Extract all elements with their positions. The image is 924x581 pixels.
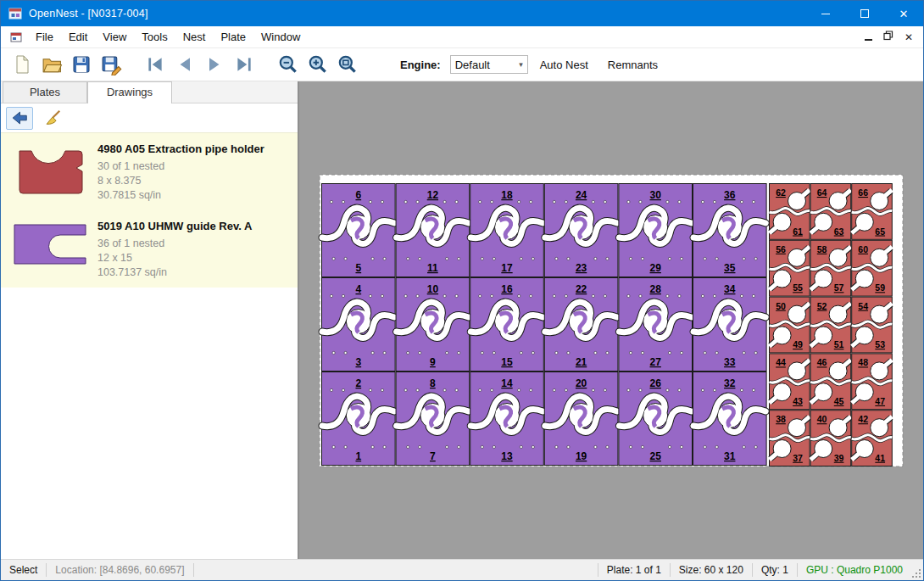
document-icon[interactable]: [9, 31, 23, 44]
part-number: 48: [858, 357, 868, 367]
part-number: 45: [834, 396, 844, 406]
list-item-part-2[interactable]: 5019 A10 UHMW guide Rev. A 36 of 1 neste…: [1, 210, 298, 288]
minimize-button[interactable]: [806, 1, 845, 26]
nest-canvas[interactable]: 6512111817242330293635431091615222128273…: [299, 81, 923, 559]
part-number: 54: [858, 301, 868, 311]
red-part-pair[interactable]: 5655: [770, 240, 810, 296]
purple-part-pair[interactable]: 3029: [619, 184, 693, 277]
part-nested-count: 30 of 1 nested: [97, 159, 264, 174]
sidebar-empty-space: [1, 288, 298, 559]
mdi-restore-button[interactable]: [883, 31, 893, 43]
titlebar[interactable]: OpenNest - [N0317-004] ✕: [1, 1, 923, 26]
tab-plates[interactable]: Plates: [3, 81, 87, 103]
part-thumbnail-red: [8, 141, 92, 203]
purple-part-pair[interactable]: 21: [322, 372, 396, 466]
zoom-fit-icon: [337, 53, 359, 75]
remnants-button[interactable]: Remnants: [600, 54, 665, 75]
menu-file[interactable]: File: [28, 27, 61, 47]
red-part-pair[interactable]: 5049: [770, 297, 810, 353]
nav-last-icon: [234, 54, 254, 75]
resize-grip[interactable]: [911, 560, 923, 580]
red-part-pair[interactable]: 6665: [852, 184, 893, 240]
purple-part-pair[interactable]: 87: [396, 372, 470, 466]
part-number: 32: [724, 377, 736, 389]
red-part-pair[interactable]: 6261: [770, 184, 810, 240]
purple-part-pair[interactable]: 3231: [693, 372, 767, 466]
purple-part-pair[interactable]: 2827: [619, 278, 693, 372]
menu-nest[interactable]: Nest: [175, 27, 214, 47]
tab-drawings[interactable]: Drawings: [87, 81, 172, 103]
red-part-pair[interactable]: 3837: [770, 411, 810, 466]
new-document-button[interactable]: [9, 52, 35, 77]
plate-canvas[interactable]: 6512111817242330293635431091615222128273…: [299, 81, 923, 559]
purple-part-pair[interactable]: 1615: [470, 278, 544, 372]
red-part-pair[interactable]: 5251: [810, 297, 851, 353]
nav-prev-button[interactable]: [172, 52, 198, 77]
purple-part-pair[interactable]: 2625: [619, 372, 693, 466]
nav-first-button[interactable]: [142, 52, 168, 77]
part-title: 5019 A10 UHMW guide Rev. A: [97, 220, 252, 232]
part-number: 47: [875, 396, 885, 406]
mdi-close-button[interactable]: ✕: [905, 31, 913, 43]
red-part-pair[interactable]: 6463: [810, 184, 851, 240]
red-part-pair[interactable]: 4847: [852, 354, 893, 410]
part-number: 4: [355, 283, 361, 295]
purple-part-pair[interactable]: 2221: [544, 278, 618, 372]
nav-next-button[interactable]: [202, 52, 227, 77]
toolbar-separator: [128, 64, 138, 65]
resize-grip-icon: [911, 568, 921, 578]
part-number: 21: [576, 356, 587, 368]
menu-edit[interactable]: Edit: [61, 27, 95, 47]
save-button[interactable]: [69, 52, 94, 77]
app-window: OpenNest - [N0317-004] ✕ File Edit View …: [0, 0, 924, 581]
purple-part-pair[interactable]: 2019: [544, 372, 618, 466]
purple-part-pair[interactable]: 43: [322, 278, 396, 372]
menu-plate[interactable]: Plate: [213, 27, 253, 47]
purple-part-pair[interactable]: 3433: [693, 278, 767, 372]
clean-broom-button[interactable]: [39, 107, 66, 130]
red-part-pair[interactable]: 4645: [810, 354, 851, 410]
purple-part-pair[interactable]: 2423: [544, 184, 618, 277]
save-as-button[interactable]: [98, 52, 124, 77]
list-item-part-1[interactable]: 4980 A05 Extraction pipe holder 30 of 1 …: [1, 133, 298, 210]
part-title: 4980 A05 Extraction pipe holder: [97, 142, 264, 155]
maximize-button[interactable]: [845, 1, 884, 26]
purple-part-pair[interactable]: 65: [322, 184, 396, 277]
auto-nest-button[interactable]: Auto Nest: [532, 54, 596, 75]
mdi-minimize-button[interactable]: [865, 33, 872, 41]
part-number: 38: [776, 414, 786, 424]
purple-part-pair[interactable]: 1413: [470, 372, 544, 466]
save-icon: [71, 54, 92, 75]
zoom-out-button[interactable]: [276, 52, 301, 77]
menu-tools[interactable]: Tools: [134, 27, 175, 47]
zoom-in-button[interactable]: [305, 52, 331, 77]
part-number: 18: [501, 189, 513, 201]
red-part-pair[interactable]: 6059: [852, 240, 893, 296]
zoom-fit-button[interactable]: [335, 52, 360, 77]
red-part-pair[interactable]: 5857: [810, 240, 851, 296]
red-part-pair[interactable]: 4039: [810, 411, 851, 466]
nav-last-button[interactable]: [231, 52, 257, 77]
part-number: 35: [724, 262, 736, 274]
part-number: 33: [724, 356, 736, 368]
engine-dropdown[interactable]: Default ▾: [450, 55, 528, 74]
close-button[interactable]: ✕: [884, 1, 923, 26]
app-icon: [8, 7, 22, 20]
mdi-minimize-icon: [865, 39, 872, 41]
purple-part-pair[interactable]: 1817: [470, 184, 544, 277]
part-number: 49: [793, 339, 803, 349]
red-part-pair[interactable]: 4241: [852, 411, 893, 466]
maximize-icon: [860, 9, 869, 18]
purple-part-pair[interactable]: 1211: [396, 184, 470, 277]
purple-part-pair[interactable]: 3635: [693, 184, 767, 277]
red-part-pair[interactable]: 4443: [770, 354, 810, 410]
open-file-button[interactable]: [39, 52, 64, 77]
red-part-pair[interactable]: 5453: [852, 297, 893, 353]
broom-icon: [43, 109, 62, 127]
purple-part-pair[interactable]: 109: [396, 278, 470, 372]
menu-view[interactable]: View: [95, 27, 134, 47]
menu-window[interactable]: Window: [253, 27, 308, 47]
zoom-in-icon: [307, 53, 329, 75]
part-number: 16: [501, 283, 513, 295]
back-arrow-button[interactable]: [6, 107, 33, 130]
